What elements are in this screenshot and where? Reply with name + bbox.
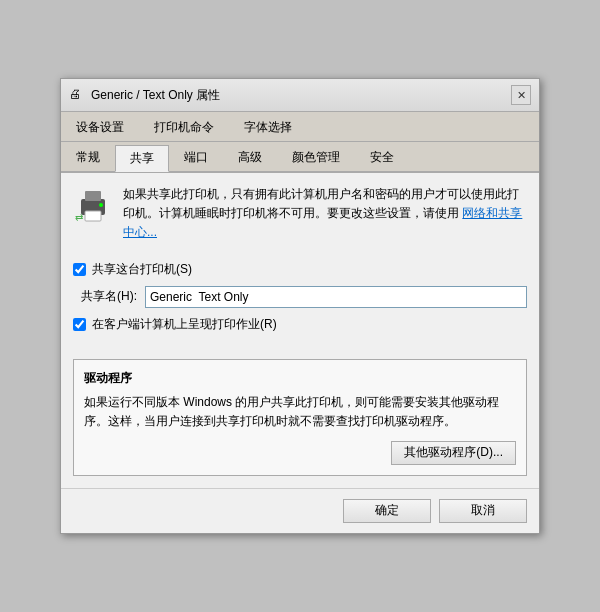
tab-port[interactable]: 端口 <box>169 144 223 171</box>
svg-rect-2 <box>85 211 101 221</box>
share-checkbox-row: 共享这台打印机(S) <box>73 261 527 278</box>
title-bar: 🖨 Generic / Text Only 属性 ✕ <box>61 79 539 112</box>
printer-share-svg: ⇄ <box>75 187 111 223</box>
info-description: 如果共享此打印机，只有拥有此计算机用户名和密码的用户才可以使用此打印机。计算机睡… <box>123 185 527 243</box>
share-checkbox-label[interactable]: 共享这台打印机(S) <box>92 261 192 278</box>
other-drivers-button[interactable]: 其他驱动程序(D)... <box>391 441 516 465</box>
form-section: 共享这台打印机(S) 共享名(H): 在客户端计算机上呈现打印作业(R) <box>73 257 527 349</box>
tab-device-settings[interactable]: 设备设置 <box>61 114 139 141</box>
main-content: ⇄ 如果共享此打印机，只有拥有此计算机用户名和密码的用户才可以使用此打印机。计算… <box>61 173 539 488</box>
close-button[interactable]: ✕ <box>511 85 531 105</box>
tab-general[interactable]: 常规 <box>61 144 115 171</box>
printer-share-icon: ⇄ <box>73 185 113 223</box>
ok-button[interactable]: 确定 <box>343 499 431 523</box>
share-name-row: 共享名(H): <box>73 286 527 308</box>
cancel-button[interactable]: 取消 <box>439 499 527 523</box>
info-box: ⇄ 如果共享此打印机，只有拥有此计算机用户名和密码的用户才可以使用此打印机。计算… <box>73 185 527 243</box>
driver-section-text: 如果运行不同版本 Windows 的用户共享此打印机，则可能需要安装其他驱动程序… <box>84 393 516 431</box>
share-name-input[interactable] <box>145 286 527 308</box>
render-checkbox[interactable] <box>73 318 86 331</box>
render-checkbox-label[interactable]: 在客户端计算机上呈现打印作业(R) <box>92 316 277 333</box>
tab-printer-commands[interactable]: 打印机命令 <box>139 114 229 141</box>
tab-sharing[interactable]: 共享 <box>115 145 169 172</box>
tab-color-management[interactable]: 颜色管理 <box>277 144 355 171</box>
svg-rect-1 <box>85 191 101 201</box>
share-name-label: 共享名(H): <box>77 288 137 305</box>
title-bar-left: 🖨 Generic / Text Only 属性 <box>69 87 220 104</box>
printer-title-icon: 🖨 <box>69 87 85 103</box>
share-checkbox[interactable] <box>73 263 86 276</box>
dialog-title: Generic / Text Only 属性 <box>91 87 220 104</box>
tab-advanced[interactable]: 高级 <box>223 144 277 171</box>
bottom-bar: 确定 取消 <box>61 488 539 533</box>
tab-row-1: 设备设置 打印机命令 字体选择 <box>61 112 539 142</box>
driver-section: 驱动程序 如果运行不同版本 Windows 的用户共享此打印机，则可能需要安装其… <box>73 359 527 476</box>
svg-text:⇄: ⇄ <box>75 212 83 223</box>
tab-security[interactable]: 安全 <box>355 144 409 171</box>
render-checkbox-row: 在客户端计算机上呈现打印作业(R) <box>73 316 527 333</box>
driver-btn-row: 其他驱动程序(D)... <box>84 441 516 465</box>
driver-section-title: 驱动程序 <box>84 370 516 387</box>
tab-font-selection[interactable]: 字体选择 <box>229 114 307 141</box>
dialog-window: 🖨 Generic / Text Only 属性 ✕ 设备设置 打印机命令 字体… <box>60 78 540 534</box>
tab-row-2: 常规 共享 端口 高级 颜色管理 安全 <box>61 142 539 173</box>
svg-point-3 <box>99 203 103 207</box>
